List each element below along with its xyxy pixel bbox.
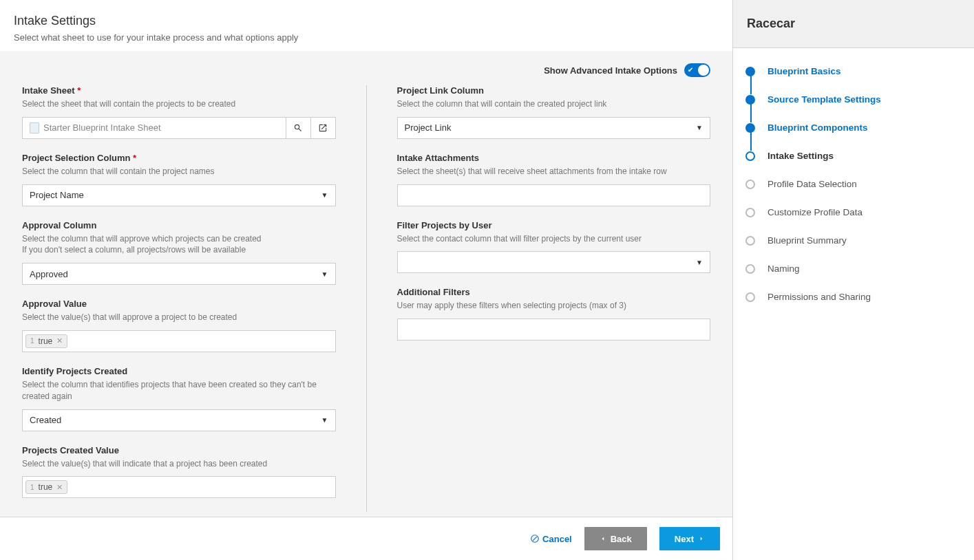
advanced-toggle-label: Show Advanced Intake Options [544,65,677,76]
steps-list: Blueprint BasicsSource Template Settings… [733,48,974,320]
step-item[interactable]: Profile Data Selection [745,179,962,207]
open-sheet-button[interactable] [311,117,336,139]
additional-filters-input[interactable] [397,319,711,341]
created-value-tag: 1 true ✕ [25,480,67,494]
approval-column-value: Approved [30,269,68,279]
step-item[interactable]: Customize Profile Data [745,207,962,235]
additional-filters-help: User may apply these filters when select… [397,300,711,312]
intake-attachments-label: Intake Attachments [397,153,711,163]
page-header: Intake Settings Select what sheet to use… [0,0,732,51]
project-link-label: Project Link Column [397,85,711,96]
step-item[interactable]: Blueprint Summary [745,235,962,263]
required-asterisk: * [77,85,81,96]
project-link-select[interactable]: Project Link ▼ [397,117,711,139]
footer: Cancel Back Next [0,517,732,560]
remove-tag-icon[interactable]: ✕ [56,336,63,345]
step-bullet-icon [745,151,755,161]
intake-attachments-input[interactable] [397,184,711,206]
step-bullet-icon [745,208,755,217]
chevron-down-icon: ▼ [321,270,328,278]
search-icon [293,123,303,133]
field-additional-filters: Additional Filters User may apply these … [397,287,711,341]
filter-user-select[interactable]: ▼ [397,251,711,273]
field-approval-column: Approval Column Select the column that w… [22,220,336,286]
step-item[interactable]: Source Template Settings [745,94,962,122]
approval-column-help2: If you don't select a column, all projec… [22,244,336,256]
chevron-down-icon: ▼ [321,416,328,424]
project-selection-value: Project Name [30,190,84,200]
identify-created-label: Identify Projects Created [22,366,336,376]
left-column: Intake Sheet * Select the sheet that wil… [22,85,336,512]
field-created-value: Projects Created Value Select the value(… [22,445,336,499]
remove-tag-icon[interactable]: ✕ [56,483,63,492]
cancel-label: Cancel [542,534,572,544]
step-label: Blueprint Components [767,122,868,133]
content-body: Show Advanced Intake Options ✔ Intake Sh… [0,51,732,517]
field-project-selection: Project Selection Column * Select the co… [22,153,336,206]
approval-value-input[interactable]: 1 true ✕ [22,330,336,352]
next-button[interactable]: Next [659,527,720,550]
approval-column-select[interactable]: Approved ▼ [22,263,336,285]
field-identify-created: Identify Projects Created Select the col… [22,366,336,431]
created-value-label: Projects Created Value [22,445,336,455]
chevron-down-icon: ▼ [696,259,703,266]
step-connector [750,217,752,235]
field-project-link: Project Link Column Select the column th… [397,85,711,139]
step-bullet-icon [745,123,755,133]
approval-value-label: Approval Value [22,299,336,309]
back-button[interactable]: Back [584,527,647,550]
cancel-icon [530,534,540,543]
sidebar-header: Racecar [733,0,974,48]
step-label: Intake Settings [767,151,834,161]
approval-column-label: Approval Column [22,220,336,230]
filter-user-label: Filter Projects by User [397,220,711,230]
step-item[interactable]: Intake Settings [745,151,962,179]
project-link-help: Select the column that will contain the … [397,98,711,110]
step-item[interactable]: Blueprint Components [745,122,962,151]
created-value-help: Select the value(s) that will indicate t… [22,458,336,470]
intake-sheet-help: Select the sheet that will contain the p… [22,98,336,110]
next-label: Next [675,534,694,544]
project-selection-select[interactable]: Project Name ▼ [22,184,336,206]
step-label: Source Template Settings [767,94,881,105]
step-item[interactable]: Permissions and Sharing [745,292,962,302]
chevron-right-icon [698,535,705,542]
tag-number: 1 [30,484,34,491]
field-approval-value: Approval Value Select the value(s) that … [22,299,336,352]
step-label: Profile Data Selection [767,179,857,189]
column-divider [366,85,367,512]
field-filter-user: Filter Projects by User Select the conta… [397,220,711,274]
intake-sheet-label: Intake Sheet [22,85,75,96]
tag-number: 1 [30,337,34,345]
step-bullet-icon [745,180,755,189]
step-bullet-icon [745,292,755,302]
step-connector [750,160,752,179]
back-label: Back [611,534,632,544]
created-value-input[interactable]: 1 true ✕ [22,476,336,498]
step-connector [750,104,752,122]
intake-attachments-help: Select the sheet(s) that will receive sh… [397,166,711,177]
search-sheet-button[interactable] [286,117,311,139]
step-bullet-icon [745,95,755,105]
identify-created-select[interactable]: Created ▼ [22,409,336,431]
tag-text: true [39,482,53,492]
right-column: Project Link Column Select the column th… [397,85,711,512]
chevron-left-icon [600,535,606,542]
identify-created-help: Select the column that identifies projec… [22,379,336,402]
advanced-toggle[interactable]: ✔ [684,63,710,77]
project-link-value: Project Link [405,122,452,133]
additional-filters-label: Additional Filters [397,287,711,297]
check-icon: ✔ [688,67,693,74]
step-connector [750,132,752,151]
intake-sheet-input[interactable]: Starter Blueprint Intake Sheet [22,117,286,139]
approval-value-tag: 1 true ✕ [25,334,67,348]
approval-value-help: Select the value(s) that will approve a … [22,312,336,323]
step-item[interactable]: Naming [745,263,962,292]
sidebar-title: Racecar [747,17,960,31]
svg-line-1 [533,537,537,541]
required-asterisk: * [133,153,136,163]
cancel-button[interactable]: Cancel [530,534,572,544]
step-label: Permissions and Sharing [767,292,871,302]
step-label: Blueprint Basics [767,66,841,76]
step-item[interactable]: Blueprint Basics [745,66,962,94]
